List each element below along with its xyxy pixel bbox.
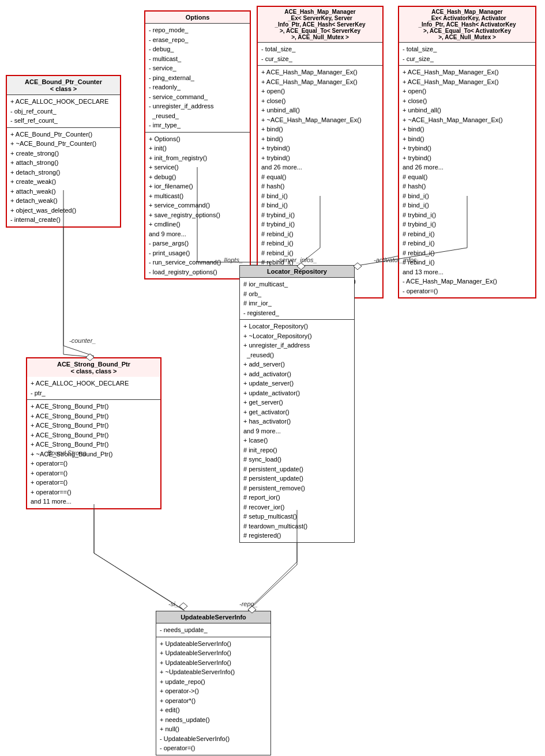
method-line: + bind() bbox=[403, 134, 532, 144]
method-line: and 9 more... bbox=[149, 229, 246, 239]
updateable-server-info-box: UpdateableServerInfo - needs_update_ + U… bbox=[156, 611, 271, 755]
method-line: # bind_i() bbox=[261, 191, 379, 201]
method-line: and 9 more... bbox=[243, 426, 351, 436]
field-line: - repo_mode_ bbox=[149, 25, 246, 35]
method-line: # report_ior() bbox=[243, 493, 351, 502]
method-line: + operator=() bbox=[31, 468, 157, 478]
method-line: # teardown_multicast() bbox=[243, 521, 351, 531]
method-line: - ACE_Hash_Map_Manager_Ex() bbox=[403, 277, 532, 286]
method-line: + service_command() bbox=[149, 201, 246, 210]
field-line: # orb_ bbox=[243, 289, 351, 299]
method-line: + ACE_Hash_Map_Manager_Ex() bbox=[261, 67, 379, 77]
updateable-server-info-methods: + UpdateableServerInfo() + UpdateableSer… bbox=[156, 637, 270, 755]
method-line: # rebind_i() bbox=[403, 229, 532, 239]
method-line: + detach_strong() bbox=[10, 168, 116, 177]
ace-hash-map-2-header: ACE_Hash_Map_Manager_Ex< ActivatorKey, A… bbox=[399, 7, 535, 43]
updateable-server-info-fields: - needs_update_ bbox=[156, 623, 270, 637]
method-line: + UpdateableServerInfo() bbox=[160, 648, 267, 658]
method-line: + ACE_Strong_Bound_Ptr() bbox=[31, 411, 157, 421]
field-line: - unregister_if_address bbox=[149, 101, 246, 111]
field-line: + ACE_ALLOC_HOOK_DECLARE bbox=[10, 97, 116, 107]
ace-hash-map-2-fields: - total_size_ - cur_size_ bbox=[399, 43, 535, 66]
method-line: and 26 more... bbox=[403, 162, 532, 172]
method-line: # rebind_i() bbox=[403, 258, 532, 267]
method-line: + bind() bbox=[261, 124, 379, 134]
method-line: and 26 more... bbox=[261, 162, 379, 172]
method-line: + init() bbox=[149, 143, 246, 153]
field-line: - obj_ref_count_ bbox=[10, 107, 116, 116]
method-line: + add_server() bbox=[243, 360, 351, 369]
method-line: + trybind() bbox=[261, 153, 379, 163]
locator-repository-header: Locator_Repository bbox=[240, 266, 354, 278]
method-line: + operator->() bbox=[160, 686, 267, 696]
method-line: + operator*() bbox=[160, 696, 267, 706]
method-line: # registered() bbox=[243, 531, 351, 540]
method-line: # rebind_i() bbox=[261, 239, 379, 248]
ace-hash-map-2-box: ACE_Hash_Map_Manager_Ex< ActivatorKey, A… bbox=[398, 6, 536, 298]
method-line: + trybind() bbox=[403, 153, 532, 163]
method-line: # hash() bbox=[261, 182, 379, 191]
ace-strong-bound-ptr-box: ACE_Strong_Bound_Ptr< class, class > + A… bbox=[26, 357, 161, 509]
ace-bound-ptr-counter-methods: + ACE_Bound_Ptr_Counter() + ~ACE_Bound_P… bbox=[7, 128, 120, 226]
field-line: - total_size_ bbox=[261, 44, 379, 54]
svg-marker-34 bbox=[179, 603, 187, 610]
method-line: and 13 more... bbox=[403, 267, 532, 277]
field-line: - service_ bbox=[149, 63, 246, 73]
field-line: - cur_size_ bbox=[403, 54, 532, 64]
ace-bound-ptr-counter-box: ACE_Bound_Ptr_Counter < class > + ACE_AL… bbox=[6, 75, 121, 228]
method-line: + trybind() bbox=[403, 143, 532, 153]
locator-repository-methods: + Locator_Repository() + ~Locator_Reposi… bbox=[240, 320, 354, 542]
ace-bound-ptr-counter-header: ACE_Bound_Ptr_Counter < class > bbox=[7, 76, 120, 95]
method-line: + operator=() bbox=[31, 459, 157, 468]
method-line: # equal() bbox=[261, 172, 379, 182]
method-line: + has_activator() bbox=[243, 417, 351, 426]
method-line: # recover_ior() bbox=[243, 502, 351, 512]
method-line: # trybind_i() bbox=[261, 210, 379, 220]
method-line: + ACE_Bound_Ptr_Counter() bbox=[10, 130, 116, 139]
method-line: + edit() bbox=[160, 705, 267, 715]
method-line: + get_server() bbox=[243, 398, 351, 407]
options-fields: - repo_mode_ - erase_repo_ - debug_ - mu… bbox=[145, 24, 250, 133]
method-line: - operator=() bbox=[160, 743, 267, 753]
method-line: # rebind_i() bbox=[261, 229, 379, 239]
method-line: + attach_strong() bbox=[10, 158, 116, 168]
method-line: + operator=() bbox=[31, 478, 157, 487]
method-line: + cmdline() bbox=[149, 220, 246, 229]
method-line: # hash() bbox=[403, 182, 532, 191]
method-line: + lcase() bbox=[243, 436, 351, 445]
method-line: + create_weak() bbox=[10, 177, 116, 187]
method-line: + ~Locator_Repository() bbox=[243, 331, 351, 341]
activator-infos-label: -activator_infos_ bbox=[374, 256, 420, 263]
field-line: + ACE_ALLOC_HOOK_DECLARE bbox=[31, 379, 157, 388]
field-line: - imr_type_ bbox=[149, 120, 246, 130]
method-line: + create_strong() bbox=[10, 149, 116, 158]
opts-label: #opts_ bbox=[224, 256, 243, 263]
field-line: - erase_repo_ bbox=[149, 35, 246, 45]
bound-strong-label: Bound Strong bbox=[47, 449, 86, 456]
field-line: - registered_ bbox=[243, 308, 351, 318]
method-line: - operator=() bbox=[403, 286, 532, 296]
server-infos-label: -server_infos_ bbox=[277, 256, 317, 263]
method-line: - load_registry_options() bbox=[149, 267, 246, 277]
method-line: + ACE_Hash_Map_Manager_Ex() bbox=[403, 77, 532, 87]
method-line: + object_was_deleted() bbox=[10, 206, 116, 216]
method-line: # trybind_i() bbox=[403, 220, 532, 229]
method-line: + Locator_Repository() bbox=[243, 322, 351, 331]
field-line: - total_size_ bbox=[403, 44, 532, 54]
method-line: + ACE_Hash_Map_Manager_Ex() bbox=[403, 67, 532, 77]
ace-bound-ptr-counter-title: ACE_Bound_Ptr_Counter < class > bbox=[25, 78, 102, 92]
method-line: - internal_create() bbox=[10, 215, 116, 225]
method-line: # persistent_remove() bbox=[243, 483, 351, 493]
method-line: - parse_args() bbox=[149, 239, 246, 248]
method-line: + Options() bbox=[149, 134, 246, 144]
method-line: + UpdateableServerInfo() bbox=[160, 658, 267, 668]
field-line: - readonly_ bbox=[149, 82, 246, 92]
ace-hash-map-1-box: ACE_Hash_Map_Manager_Ex< ServerKey, Serv… bbox=[257, 6, 384, 298]
method-line: + multicast() bbox=[149, 191, 246, 201]
field-line: - service_command_ bbox=[149, 92, 246, 102]
counter-label: -counter_ bbox=[69, 337, 96, 344]
method-line: - UpdateableServerInfo() bbox=[160, 734, 267, 744]
method-line: + service() bbox=[149, 162, 246, 172]
method-line: + trybind() bbox=[261, 143, 379, 153]
method-line: # persistent_update() bbox=[243, 464, 351, 474]
